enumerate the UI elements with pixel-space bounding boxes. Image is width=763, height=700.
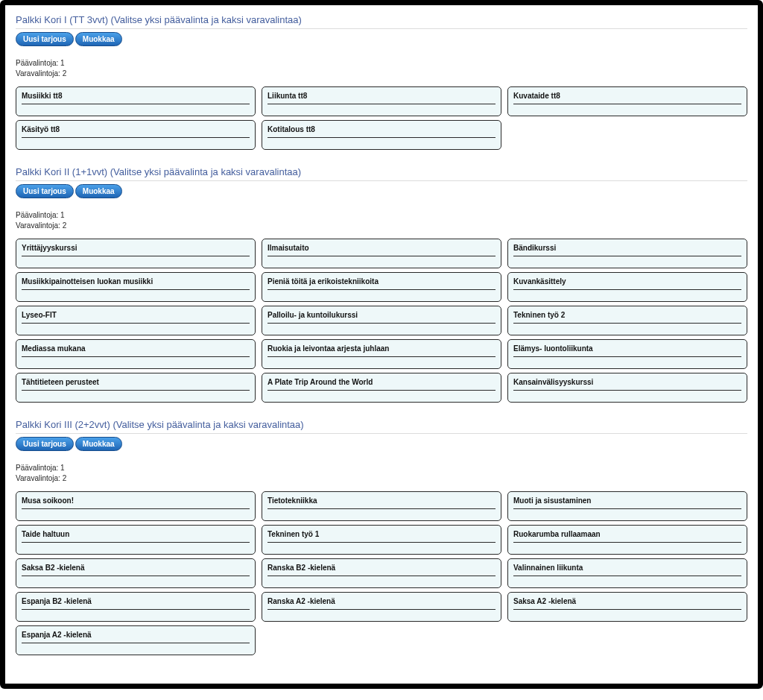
primary-count: Päävalintoja: 1 — [16, 58, 747, 69]
spare-count: Varavalintoja: 2 — [16, 221, 747, 231]
new-offer-button[interactable]: Uusi tarjous — [16, 184, 74, 198]
course-card[interactable]: Muoti ja sisustaminen — [507, 491, 747, 521]
course-label: Saksa A2 -kielenä — [513, 597, 741, 610]
course-card[interactable]: Musa soikoon! — [16, 491, 256, 521]
course-label: Lyseo-FIT — [22, 311, 250, 324]
course-label: Liikunta tt8 — [267, 92, 496, 104]
course-label: A Plate Trip Around the World — [267, 378, 496, 391]
new-offer-button[interactable]: Uusi tarjous — [16, 32, 74, 46]
course-grid: Musa soikoon!TietotekniikkaMuoti ja sisu… — [16, 491, 747, 655]
course-label: Ranska B2 -kielenä — [267, 564, 496, 576]
section-title[interactable]: Palkki Kori I (TT 3vvt) (Valitse yksi pä… — [16, 14, 747, 25]
section-actions: Uusi tarjousMuokkaa — [16, 32, 747, 46]
course-card[interactable]: Käsityö tt8 — [16, 120, 256, 150]
section-meta: Päävalintoja: 1Varavalintoja: 2 — [16, 210, 747, 231]
course-label: Pieniä töitä ja erikoistekniikoita — [267, 277, 496, 290]
course-card[interactable]: Espanja A2 -kielenä — [16, 625, 256, 655]
course-label: Bändikurssi — [513, 244, 741, 256]
course-card[interactable]: Liikunta tt8 — [262, 86, 501, 116]
course-label: Tietotekniikka — [267, 496, 496, 509]
course-label: Musiikkipainotteisen luokan musiikki — [22, 277, 250, 290]
course-label: Musiikki tt8 — [22, 92, 250, 104]
course-grid: YrittäjyyskurssiIlmaisutaitoBändikurssiM… — [16, 239, 747, 403]
course-label: Saksa B2 -kielenä — [22, 564, 250, 576]
course-card[interactable]: Tietotekniikka — [262, 491, 501, 521]
section-actions: Uusi tarjousMuokkaa — [16, 184, 747, 198]
course-label: Elämys- luontoliikunta — [513, 344, 741, 357]
course-label: Käsityö tt8 — [22, 125, 250, 138]
course-basket-section: Palkki Kori III (2+2vvt) (Valitse yksi p… — [16, 419, 747, 655]
course-label: Tähtitieteen perusteet — [22, 378, 250, 391]
course-card[interactable]: Tähtitieteen perusteet — [16, 373, 256, 403]
course-card[interactable]: Espanja B2 -kielenä — [16, 592, 256, 622]
course-label: Ruokarumba rullaamaan — [513, 530, 741, 543]
course-label: Musa soikoon! — [22, 496, 250, 509]
course-card[interactable]: Ilmaisutaito — [262, 239, 501, 268]
course-label: Espanja B2 -kielenä — [22, 597, 250, 610]
course-card[interactable]: Ruokarumba rullaamaan — [507, 525, 747, 555]
course-basket-section: Palkki Kori I (TT 3vvt) (Valitse yksi pä… — [16, 14, 747, 150]
course-card[interactable]: Saksa B2 -kielenä — [16, 558, 256, 588]
course-label: Espanja A2 -kielenä — [22, 631, 250, 643]
section-title[interactable]: Palkki Kori III (2+2vvt) (Valitse yksi p… — [16, 419, 747, 430]
course-label: Kuvankäsittely — [513, 277, 741, 290]
section-actions: Uusi tarjousMuokkaa — [16, 437, 747, 451]
course-card[interactable]: Tekninen työ 1 — [262, 525, 501, 555]
course-card[interactable]: Mediassa mukana — [16, 339, 256, 369]
course-card[interactable]: Kuvankäsittely — [507, 272, 747, 302]
course-label: Mediassa mukana — [22, 344, 250, 357]
section-divider — [16, 180, 747, 181]
course-card[interactable]: Musiikkipainotteisen luokan musiikki — [16, 272, 256, 302]
course-card[interactable]: Saksa A2 -kielenä — [507, 592, 747, 622]
section-meta: Päävalintoja: 1Varavalintoja: 2 — [16, 463, 747, 484]
course-card[interactable]: Tekninen työ 2 — [507, 306, 747, 335]
course-card[interactable]: Taide haltuun — [16, 525, 256, 555]
course-card[interactable]: Kansainvälisyyskurssi — [507, 373, 747, 403]
course-card[interactable]: Elämys- luontoliikunta — [507, 339, 747, 369]
edit-button[interactable]: Muokkaa — [75, 437, 122, 451]
spare-count: Varavalintoja: 2 — [16, 473, 747, 484]
course-card[interactable]: Pieniä töitä ja erikoistekniikoita — [262, 272, 501, 302]
course-card[interactable]: Ruokia ja leivontaa arjesta juhlaan — [262, 339, 501, 369]
course-label: Ranska A2 -kielenä — [267, 597, 496, 610]
course-grid: Musiikki tt8Liikunta tt8Kuvataide tt8Käs… — [16, 86, 747, 150]
course-card[interactable]: Musiikki tt8 — [16, 86, 256, 116]
section-divider — [16, 28, 747, 29]
course-label: Valinnainen liikunta — [513, 564, 741, 576]
spare-count: Varavalintoja: 2 — [16, 69, 747, 79]
course-label: Ilmaisutaito — [267, 244, 496, 256]
course-label: Yrittäjyyskurssi — [22, 244, 250, 256]
primary-count: Päävalintoja: 1 — [16, 463, 747, 473]
course-card[interactable]: Yrittäjyyskurssi — [16, 239, 256, 268]
course-card[interactable]: Ranska A2 -kielenä — [262, 592, 501, 622]
section-divider — [16, 433, 747, 434]
course-label: Palloilu- ja kuntoilukurssi — [267, 311, 496, 324]
course-card[interactable]: Palloilu- ja kuntoilukurssi — [262, 306, 501, 335]
course-label: Kuvataide tt8 — [513, 92, 741, 104]
course-card[interactable]: Lyseo-FIT — [16, 306, 256, 335]
course-card[interactable]: Kuvataide tt8 — [507, 86, 747, 116]
course-basket-section: Palkki Kori II (1+1vvt) (Valitse yksi pä… — [16, 166, 747, 403]
course-card[interactable]: Valinnainen liikunta — [507, 558, 747, 588]
course-label: Kansainvälisyyskurssi — [513, 378, 741, 391]
primary-count: Päävalintoja: 1 — [16, 210, 747, 221]
edit-button[interactable]: Muokkaa — [75, 32, 122, 46]
course-label: Kotitalous tt8 — [267, 125, 496, 138]
course-card[interactable]: A Plate Trip Around the World — [262, 373, 501, 403]
page-container: Palkki Kori I (TT 3vvt) (Valitse yksi pä… — [0, 0, 763, 689]
course-card[interactable]: Kotitalous tt8 — [262, 120, 501, 150]
section-meta: Päävalintoja: 1Varavalintoja: 2 — [16, 58, 747, 79]
section-title[interactable]: Palkki Kori II (1+1vvt) (Valitse yksi pä… — [16, 166, 747, 177]
course-label: Tekninen työ 1 — [267, 530, 496, 543]
course-label: Tekninen työ 2 — [513, 311, 741, 324]
course-label: Taide haltuun — [22, 530, 250, 543]
course-label: Muoti ja sisustaminen — [513, 496, 741, 509]
course-card[interactable]: Ranska B2 -kielenä — [262, 558, 501, 588]
course-label: Ruokia ja leivontaa arjesta juhlaan — [267, 344, 496, 357]
edit-button[interactable]: Muokkaa — [75, 184, 122, 198]
new-offer-button[interactable]: Uusi tarjous — [16, 437, 74, 451]
course-card[interactable]: Bändikurssi — [507, 239, 747, 268]
